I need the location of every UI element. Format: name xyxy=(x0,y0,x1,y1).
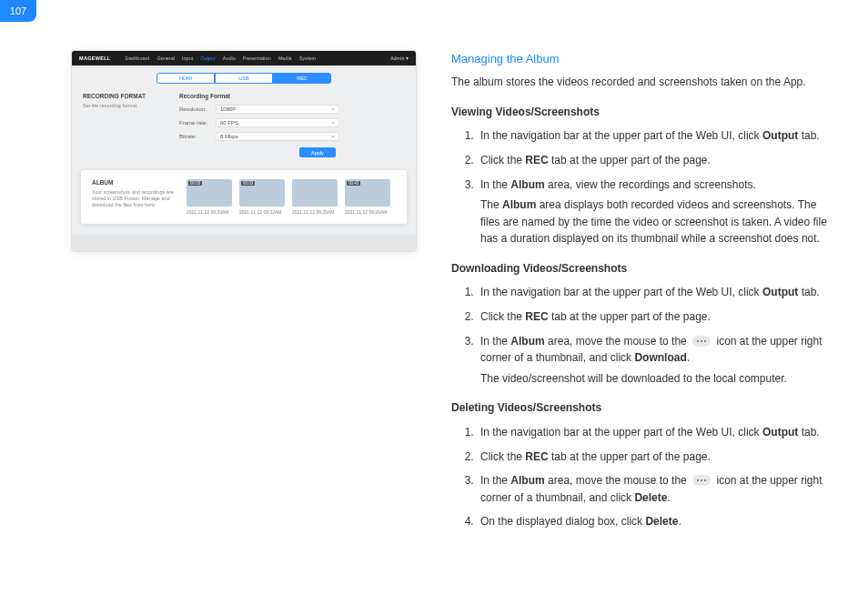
screenshot-illustration: MAGEWELL Dashboard General Input Output … xyxy=(71,50,417,252)
doc-text: In the navigation bar at the upper part … xyxy=(480,426,762,439)
doc-step: On the displayed dialog box, click Delet… xyxy=(477,513,832,530)
shot-album-thumb: 2021.11.12 09:35AM xyxy=(292,179,338,215)
shot-recfmt-side-desc: Set the recording format. xyxy=(83,103,165,109)
doc-text: On the displayed dialog box, click xyxy=(480,515,645,528)
shot-field-label: Bitrate: xyxy=(179,134,216,139)
shot-thumb-caption: 2021.11.12 09:32AM xyxy=(239,209,285,215)
doc-text: tab. xyxy=(798,286,819,298)
shot-apply-button: Apply xyxy=(299,147,336,157)
shot-nav-item: General xyxy=(156,55,175,61)
chevron-down-icon: ▾ xyxy=(332,106,335,112)
doc-step: Click the REC tab at the upper part of t… xyxy=(477,308,832,326)
page-number-badge: 107 xyxy=(0,0,36,22)
shot-thumb-duration: 00:03 xyxy=(241,181,255,186)
shot-nav-item: Presentation xyxy=(243,55,271,61)
doc-text: . xyxy=(678,515,681,528)
shot-field-select: 60 FPS▾ xyxy=(216,118,339,127)
doc-text: In the navigation bar at the upper part … xyxy=(480,129,762,142)
shot-album-thumb: 00:03 2021.11.12 09:32AM xyxy=(239,179,285,215)
doc-steps: In the navigation bar at the upper part … xyxy=(451,424,832,530)
shot-brand: MAGEWELL xyxy=(79,55,110,61)
doc-bold: Output xyxy=(762,426,798,439)
doc-text: In the xyxy=(480,474,510,487)
doc-step: In the navigation bar at the upper part … xyxy=(477,284,832,301)
shot-album-card: ALBUM Your screenshots and recordings ar… xyxy=(81,170,407,224)
doc-text: area, move the mouse to the xyxy=(545,335,690,348)
shot-nav-item: Dashboard xyxy=(125,55,149,61)
shot-thumb-caption: 2021.11.12 09:33AM xyxy=(187,209,232,215)
doc-text: tab at the upper part of the page. xyxy=(549,450,711,463)
shot-album-thumb: 00:03 2021.11.12 09:33AM xyxy=(187,179,232,215)
doc-bold: Output xyxy=(762,129,798,142)
shot-thumb-caption: 2021.11.12 09:35AM xyxy=(292,209,338,215)
doc-text: area, move the mouse to the xyxy=(545,474,690,487)
doc-text: Click the xyxy=(480,310,525,323)
shot-album-thumb: 00:43 2021.11.12 09:26AM xyxy=(345,179,390,215)
doc-bold: Output xyxy=(762,286,798,298)
shot-field-label: Resolution: xyxy=(179,106,216,112)
doc-step-sub: The video/screenshot will be downloaded … xyxy=(480,370,832,388)
shot-field-value: 8 Mbps xyxy=(220,134,238,139)
shot-field-select: 1080P▾ xyxy=(216,105,339,114)
doc-bold: REC xyxy=(525,154,548,166)
doc-step: In the Album area, move the mouse to the… xyxy=(477,333,832,388)
shot-tab-usb: USB xyxy=(215,73,273,84)
more-icon xyxy=(692,475,711,486)
doc-step: Click the REC tab at the upper part of t… xyxy=(477,152,832,169)
shot-admin: Admin ▾ xyxy=(390,55,409,61)
doc-steps: In the navigation bar at the upper part … xyxy=(451,284,832,387)
doc-bold: Album xyxy=(502,198,536,211)
doc-subheading: Viewing Videos/Screenshots xyxy=(451,104,832,121)
doc-step: In the navigation bar at the upper part … xyxy=(477,424,832,441)
doc-bold: Delete xyxy=(634,491,667,504)
shot-recfmt-title: Recording Format xyxy=(179,93,339,99)
shot-footer xyxy=(72,235,416,251)
doc-subheading: Downloading Videos/Screenshots xyxy=(451,260,832,277)
doc-text: area, view the recordings and screenshot… xyxy=(545,178,756,191)
doc-steps: In the navigation bar at the upper part … xyxy=(451,127,832,247)
shot-field-label: Frame rate: xyxy=(179,120,216,126)
more-icon xyxy=(692,336,711,347)
doc-heading: Managing the Album xyxy=(451,50,832,68)
doc-text: tab at the upper part of the page. xyxy=(549,154,711,166)
doc-text: . xyxy=(687,351,690,364)
doc-text: tab at the upper part of the page. xyxy=(549,310,711,323)
doc-text: tab. xyxy=(798,426,819,439)
doc-text: . xyxy=(667,491,670,504)
shot-top-bar: MAGEWELL Dashboard General Input Output … xyxy=(72,51,416,66)
doc-bold: REC xyxy=(525,310,548,323)
shot-field-row: Bitrate: 8 Mbps▾ xyxy=(179,132,339,141)
doc-bold: REC xyxy=(525,450,548,463)
doc-step: Click the REC tab at the upper part of t… xyxy=(477,449,832,466)
shot-tab-rec: REC xyxy=(273,73,331,84)
doc-bold: Album xyxy=(510,335,544,348)
doc-text: In the xyxy=(480,178,510,191)
doc-step: In the Album area, view the recordings a… xyxy=(477,176,832,247)
doc-column: Managing the Album The album stores the … xyxy=(417,50,832,543)
doc-text: In the navigation bar at the upper part … xyxy=(480,286,762,298)
shot-recfmt-side-title: RECORDING FORMAT xyxy=(83,93,165,99)
shot-tab-hdmi: HDMI xyxy=(156,73,215,84)
chevron-down-icon: ▾ xyxy=(332,120,335,126)
doc-intro: The album stores the videos recorded and… xyxy=(451,74,832,91)
chevron-down-icon: ▾ xyxy=(332,134,335,139)
doc-step: In the navigation bar at the upper part … xyxy=(477,127,832,145)
shot-nav-item: Input xyxy=(182,55,193,61)
shot-album-title: ALBUM xyxy=(92,179,174,186)
shot-field-select: 8 Mbps▾ xyxy=(216,132,339,141)
doc-bold: Album xyxy=(510,474,544,487)
shot-field-value: 60 FPS xyxy=(220,120,238,126)
shot-thumb-duration: 00:43 xyxy=(347,181,360,186)
shot-album-desc: Your screenshots and recordings are stor… xyxy=(92,189,174,208)
doc-step: In the Album area, move the mouse to the… xyxy=(477,472,832,506)
doc-bold: Delete xyxy=(645,515,678,528)
doc-text: The xyxy=(480,198,502,211)
doc-subheading: Deleting Videos/Screenshots xyxy=(451,399,832,417)
doc-text: In the xyxy=(480,335,510,348)
doc-text: tab. xyxy=(798,129,819,142)
doc-text: Click the xyxy=(480,450,525,463)
shot-field-value: 1080P xyxy=(220,106,236,112)
shot-thumb-duration: 00:03 xyxy=(188,181,202,186)
doc-text: Click the xyxy=(480,154,525,166)
doc-bold: Download xyxy=(634,351,686,364)
